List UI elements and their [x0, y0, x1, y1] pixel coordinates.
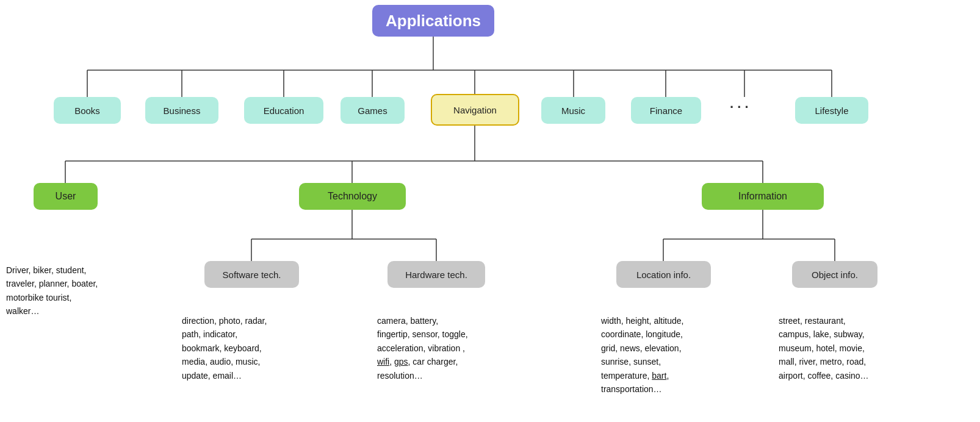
node-software-tech[interactable]: Software tech. [204, 261, 299, 288]
hardware-tech-text: camera, battery, fingertip, sensor, togg… [377, 314, 566, 382]
node-business[interactable]: Business [145, 97, 218, 124]
node-hardware-tech[interactable]: Hardware tech. [387, 261, 485, 288]
software-tech-text: direction, photo, radar,path, indicator,… [182, 314, 359, 382]
node-user[interactable]: User [34, 183, 98, 210]
node-education[interactable]: Education [244, 97, 323, 124]
object-info-text: street, restaurant,campus, lake, subway,… [779, 314, 968, 382]
tree-diagram: Applications Books Business Education Ga… [0, 0, 980, 422]
node-games[interactable]: Games [340, 97, 405, 124]
node-music[interactable]: Music [541, 97, 605, 124]
node-location-info[interactable]: Location info. [616, 261, 711, 288]
node-finance[interactable]: Finance [631, 97, 701, 124]
node-navigation[interactable]: Navigation [431, 94, 519, 126]
node-information[interactable]: Information [702, 183, 824, 210]
more-categories-dots: · · · [730, 99, 749, 115]
node-object-info[interactable]: Object info. [792, 261, 877, 288]
node-technology[interactable]: Technology [299, 183, 406, 210]
node-lifestyle[interactable]: Lifestyle [795, 97, 868, 124]
user-text: Driver, biker, student,traveler, planner… [6, 263, 165, 318]
node-books[interactable]: Books [54, 97, 121, 124]
location-info-text: width, height, altitude, coordinate, lon… [601, 314, 772, 396]
root-node: Applications [372, 5, 494, 37]
